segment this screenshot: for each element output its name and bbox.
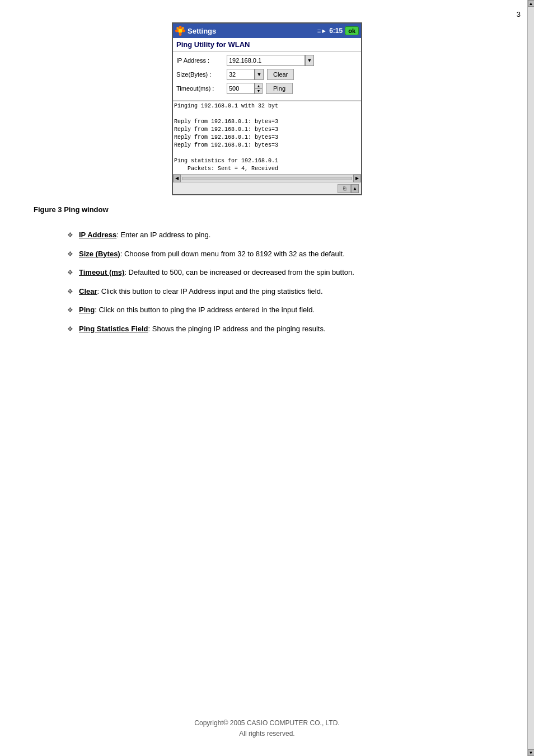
h-scroll-right-button[interactable]: ▶ xyxy=(353,175,361,182)
svg-point-7 xyxy=(179,29,182,32)
list-item: ❖ Ping Statistics Field: Shows the pingi… xyxy=(67,323,470,335)
app-icon xyxy=(175,26,185,36)
list-item: ❖ Clear: Click this button to clear IP A… xyxy=(67,286,470,297)
output-text: Pinging 192.168.0.1 with 32 byt Reply fr… xyxy=(174,102,360,173)
clear-button[interactable]: Clear xyxy=(267,69,294,80)
page-number: 3 xyxy=(517,10,521,18)
spin-up-button[interactable]: ▲ xyxy=(255,83,262,89)
size-dropdown-arrow[interactable]: ▼ xyxy=(255,69,264,80)
bullet-text: Size (Bytes): Choose from pull down menu… xyxy=(79,248,345,260)
keyboard-icon[interactable]: ⎘ xyxy=(338,184,351,193)
bullet-icon: ❖ xyxy=(67,267,73,278)
size-row: Size(Bytes) : ▼ Clear xyxy=(176,69,358,80)
bullet-icon: ❖ xyxy=(67,230,73,240)
bullet-term: Clear xyxy=(79,287,97,295)
h-scroll-left-button[interactable]: ◀ xyxy=(173,175,181,182)
toolbar-up-button[interactable]: ▲ xyxy=(351,184,359,193)
bullet-text: Ping: Click on this button to ping the I… xyxy=(79,304,315,316)
list-item: ❖ Ping: Click on this button to ping the… xyxy=(67,304,470,316)
size-label: Size(Bytes) : xyxy=(176,71,227,78)
output-wrapper: Pinging 192.168.0.1 with 32 byt Reply fr… xyxy=(173,101,361,174)
svg-point-4 xyxy=(182,30,185,32)
scroll-up-button[interactable]: ▲ xyxy=(528,0,535,7)
bullet-text: Timeout (ms): Defaulted to 500, can be i… xyxy=(79,267,354,278)
bullet-icon: ❖ xyxy=(67,287,73,297)
spin-control: ▲ ▼ xyxy=(255,83,263,94)
timeout-input[interactable] xyxy=(227,83,255,94)
form-area: IP Address : ▼ Size(Bytes) : ▼ Clear Tim… xyxy=(173,51,361,101)
ok-button[interactable]: ok xyxy=(345,26,359,35)
bottom-toolbar: ⎘ ▲ xyxy=(173,182,361,194)
bullet-icon: ❖ xyxy=(67,249,73,259)
spin-down-button[interactable]: ▼ xyxy=(255,89,262,94)
bullet-text: IP Address: Enter an IP address to ping. xyxy=(79,229,210,241)
ip-address-input[interactable] xyxy=(227,55,305,66)
list-item: ❖ Size (Bytes): Choose from pull down me… xyxy=(67,248,470,260)
list-item: ❖ Timeout (ms): Defaulted to 500, can be… xyxy=(67,267,470,278)
bullet-term: Timeout (ms) xyxy=(79,268,124,276)
time-display: 6:15 xyxy=(329,27,343,35)
bullet-term: Size (Bytes) xyxy=(79,250,120,258)
horizontal-scrollbar: ◀ ▶ xyxy=(173,174,361,182)
output-scrollbar: ▲ ▼ xyxy=(527,0,534,756)
signal-icon: ≡► xyxy=(317,27,327,34)
ping-button[interactable]: Ping xyxy=(266,83,293,94)
list-item: ❖ IP Address: Enter an IP address to pin… xyxy=(67,229,470,241)
bullet-text: Clear: Click this button to clear IP Add… xyxy=(79,286,323,297)
bullet-term: Ping Statistics Field xyxy=(79,325,148,333)
svg-point-1 xyxy=(179,26,182,29)
svg-point-3 xyxy=(175,30,179,32)
bullet-text: Ping Statistics Field: Shows the pinging… xyxy=(79,323,326,335)
title-bar-right: ≡► 6:15 ok xyxy=(317,26,359,35)
scroll-down-button[interactable]: ▼ xyxy=(528,749,535,756)
bullet-list: ❖ IP Address: Enter an IP address to pin… xyxy=(67,229,470,342)
timeout-row: Timeout(ms) : ▲ ▼ Ping xyxy=(176,83,358,94)
ip-label: IP Address : xyxy=(176,57,227,64)
timeout-label: Timeout(ms) : xyxy=(176,85,227,92)
device-window: Settings ≡► 6:15 ok Ping Utility for WLA… xyxy=(172,22,362,195)
figure-caption: Figure 3 Ping window xyxy=(34,205,500,214)
output-main: Pinging 192.168.0.1 with 32 byt Reply fr… xyxy=(173,101,361,174)
bullet-term: Ping xyxy=(79,306,95,314)
title-text: Settings xyxy=(188,27,216,35)
ip-dropdown-arrow[interactable]: ▼ xyxy=(305,55,314,66)
ip-address-row: IP Address : ▼ xyxy=(176,55,358,66)
title-bar-left: Settings xyxy=(175,26,216,36)
footer-line1: Copyright© 2005 CASIO COMPUTER CO., LTD. xyxy=(0,718,534,729)
bullet-icon: ❖ xyxy=(67,324,73,334)
svg-point-2 xyxy=(179,32,182,36)
ping-utility-header: Ping Utility for WLAN xyxy=(173,38,361,51)
bullet-icon: ❖ xyxy=(67,305,73,315)
footer-line2: All rights reserved. xyxy=(0,729,534,739)
h-scroll-track xyxy=(182,177,352,180)
title-bar: Settings ≡► 6:15 ok xyxy=(173,24,361,38)
size-input[interactable] xyxy=(227,69,255,80)
bullet-term: IP Address xyxy=(79,231,116,239)
footer: Copyright© 2005 CASIO COMPUTER CO., LTD.… xyxy=(0,718,534,739)
